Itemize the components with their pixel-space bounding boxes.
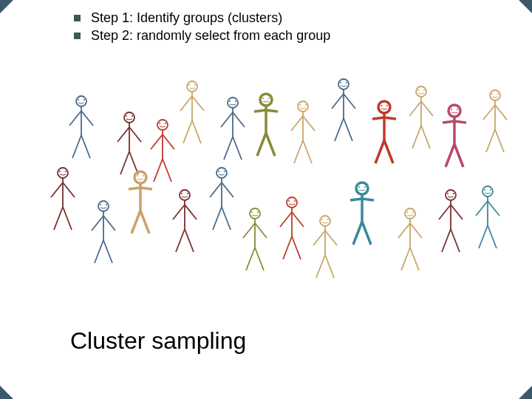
svg-point-40	[260, 94, 272, 106]
svg-point-120	[180, 190, 190, 200]
svg-point-104	[98, 201, 109, 211]
svg-point-41	[262, 98, 264, 99]
svg-line-4	[69, 111, 81, 126]
svg-point-89	[491, 93, 493, 95]
svg-point-42	[268, 98, 270, 99]
svg-point-56	[338, 79, 349, 89]
svg-line-148	[280, 212, 292, 227]
svg-line-93	[495, 105, 507, 120]
svg-point-153	[321, 219, 323, 220]
svg-point-50	[305, 104, 307, 106]
svg-point-8	[124, 112, 134, 123]
svg-line-78	[412, 126, 421, 149]
svg-point-168	[405, 208, 415, 219]
svg-line-84	[443, 121, 454, 123]
svg-line-119	[140, 211, 149, 233]
bullet-text: Step 1: Identify groups (clusters)	[91, 9, 282, 27]
svg-point-169	[406, 211, 408, 213]
svg-point-82	[457, 109, 458, 110]
svg-line-150	[283, 236, 292, 259]
svg-point-2	[83, 99, 85, 100]
svg-line-85	[454, 121, 466, 123]
svg-line-117	[140, 188, 152, 189]
corner-decoration	[519, 0, 532, 13]
svg-line-54	[294, 140, 303, 163]
svg-point-122	[187, 193, 188, 194]
svg-line-20	[151, 134, 163, 149]
svg-point-128	[216, 168, 227, 178]
svg-point-152	[320, 216, 330, 226]
stick-figure-icon	[170, 188, 200, 255]
svg-point-90	[497, 93, 499, 95]
svg-line-12	[117, 127, 129, 142]
svg-line-5	[81, 111, 93, 126]
stick-figure-icon	[406, 85, 436, 151]
svg-line-141	[255, 223, 267, 238]
svg-point-32	[228, 98, 238, 108]
svg-point-178	[453, 193, 454, 194]
stick-figure-icon	[436, 188, 466, 255]
svg-line-36	[221, 112, 233, 127]
svg-point-136	[250, 208, 260, 219]
svg-line-167	[362, 222, 371, 245]
svg-line-159	[325, 255, 334, 278]
svg-line-31	[192, 120, 201, 143]
svg-point-129	[218, 171, 219, 172]
stick-figure-icon	[177, 80, 207, 146]
svg-line-92	[483, 105, 495, 120]
svg-line-46	[257, 133, 266, 156]
svg-point-58	[346, 82, 347, 83]
svg-line-103	[63, 207, 72, 230]
svg-point-138	[257, 211, 259, 213]
svg-line-189	[488, 201, 499, 216]
svg-point-112	[134, 171, 146, 183]
svg-line-180	[439, 205, 451, 219]
svg-line-39	[233, 137, 242, 160]
svg-point-162	[364, 186, 366, 188]
stick-figure-icon	[207, 166, 236, 233]
svg-point-137	[251, 211, 253, 213]
stick-figure-icon	[240, 207, 270, 273]
svg-point-16	[157, 120, 168, 130]
svg-line-135	[222, 207, 231, 230]
svg-point-114	[143, 175, 144, 177]
svg-point-25	[188, 84, 190, 86]
stick-figure-icon	[251, 92, 281, 159]
stick-figure-icon	[310, 214, 340, 281]
svg-line-156	[313, 231, 325, 245]
svg-point-130	[224, 171, 225, 172]
bullet-item: Step 1: Identify groups (clusters)	[74, 9, 330, 27]
svg-line-181	[451, 205, 463, 219]
svg-line-63	[344, 118, 352, 141]
svg-line-118	[132, 211, 140, 233]
svg-line-60	[332, 94, 344, 109]
stick-figure-icon	[395, 207, 425, 273]
stick-figure-icon	[440, 103, 469, 170]
svg-line-47	[266, 133, 275, 156]
svg-line-71	[384, 140, 393, 163]
svg-point-66	[386, 105, 388, 106]
svg-point-146	[294, 200, 296, 202]
svg-line-52	[291, 116, 303, 131]
svg-point-34	[235, 100, 236, 102]
svg-point-0	[76, 96, 86, 106]
svg-line-76	[409, 101, 421, 116]
bullet-text: Step 2: randomly select from each group	[91, 27, 330, 44]
svg-point-1	[78, 99, 79, 100]
svg-line-38	[224, 137, 233, 160]
stick-figure-illustration	[44, 66, 502, 303]
svg-point-80	[449, 105, 460, 117]
stick-figure-icon	[89, 200, 118, 266]
svg-point-121	[181, 193, 183, 194]
svg-point-73	[417, 89, 419, 91]
svg-line-79	[421, 126, 430, 149]
svg-point-17	[159, 123, 160, 124]
svg-line-149	[292, 212, 304, 227]
svg-point-72	[416, 86, 426, 97]
svg-line-62	[335, 118, 344, 141]
svg-point-98	[65, 171, 66, 172]
svg-line-142	[246, 248, 255, 270]
stick-figure-icon	[480, 89, 510, 155]
svg-line-190	[479, 225, 488, 248]
svg-line-77	[421, 101, 433, 116]
